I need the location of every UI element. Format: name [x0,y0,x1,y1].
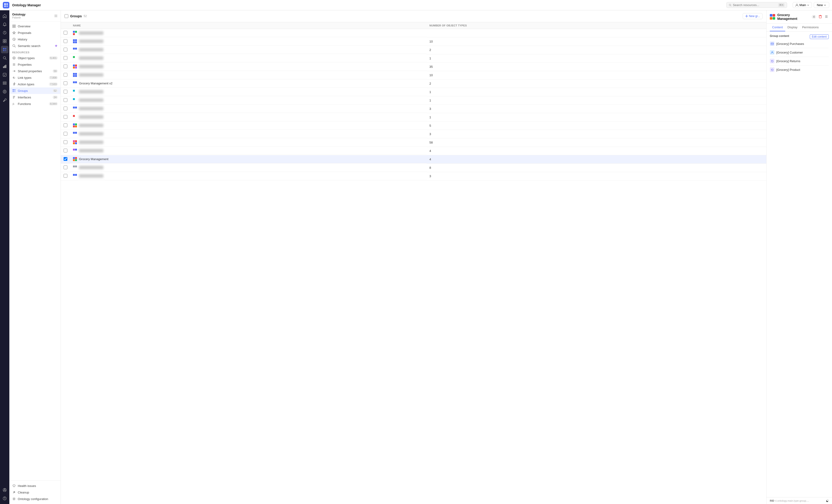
tab-content[interactable]: Content [770,24,785,31]
row-checkbox[interactable] [63,174,67,178]
svg-rect-12 [3,48,4,49]
row-checkbox[interactable] [63,98,67,102]
sidebar-item-shared-properties[interactable]: Shared properties 59 [9,68,60,74]
topbar: Ontology Manager ⌘K Main New [0,0,832,10]
svg-rect-20 [5,65,6,68]
groups-panel: Groups 52 New gr... NAME NUMBER OF OBJEC… [61,10,766,504]
svg-line-39 [15,47,16,48]
table-row[interactable]: xxxxxxxxxxxxxxxx4 [61,147,766,155]
rail-search-icon[interactable] [1,54,8,62]
row-checkbox[interactable] [63,124,67,127]
detail-tabs: Content Display Permissions [766,24,832,31]
table-row[interactable]: xxxxxxxxxxxxxxxx1 [61,113,766,122]
copy-icon[interactable] [826,499,829,502]
tab-permissions[interactable]: Permissions [800,24,821,31]
svg-point-16 [3,57,6,59]
row-checkbox[interactable] [63,140,67,144]
rail-stack-icon[interactable] [1,79,8,87]
table-row[interactable]: xxxxxxxxxxxxxxxx1 [61,54,766,63]
sidebar-item-history[interactable]: History [9,36,60,43]
rail-question-icon[interactable] [1,495,8,502]
row-icon [73,140,77,144]
main-button[interactable]: Main [793,2,812,8]
table-row[interactable]: xxxxxxxxxxxxxxxx8 [61,164,766,172]
sidebar-item-label-shared-properties: Shared properties [18,70,51,73]
search-bar[interactable]: ⌘K [726,2,787,8]
table-row[interactable]: xxxxxxxxxxxxxxxx1 [61,88,766,96]
detail-item-purchases[interactable]: [Grocery] Purchases [770,39,829,48]
table-row[interactable]: xxxxxxxxxxxxxxxx10 [61,37,766,46]
new-button[interactable]: New [814,2,829,8]
row-checkbox[interactable] [63,132,67,136]
row-checkbox[interactable] [63,48,67,51]
row-checkbox[interactable] [63,64,67,68]
sidebar-item-object-types[interactable]: Object types 9,401 [9,55,60,61]
detail-item-customer[interactable]: [Grocery] Customer [770,48,829,57]
sidebar-item-link-types[interactable]: Link types 7,008 [9,74,60,81]
table-row[interactable]: xxxxxxxxxxxxxxxx3 [61,172,766,181]
rail-clock-icon[interactable] [1,29,8,36]
sidebar-item-action-types[interactable]: Action types 7,533 [9,81,60,87]
row-checkbox[interactable] [63,107,67,110]
svg-point-29 [4,499,5,500]
row-checkbox[interactable] [63,165,67,169]
sidebar-count-shared-properties: 59 [53,70,58,73]
sidebar-item-overview[interactable]: Overview [9,23,60,29]
sidebar-ontology-title: Ontology [12,12,25,16]
detail-item-product[interactable]: [Grocery] Product [770,65,829,74]
row-checkbox[interactable] [63,73,67,77]
table-row[interactable]: xxxxxxxxxxxxxxxx3 [61,105,766,113]
row-checkbox[interactable] [63,157,67,161]
rail-check-icon[interactable] [1,71,8,79]
rail-tool-icon[interactable] [1,96,8,104]
sidebar-toggle-icon[interactable] [54,14,58,18]
table-row[interactable]: xxxxxxxxxxxxxxxx35 [61,63,766,71]
table-row[interactable]: Grocery Management v22 [61,79,766,88]
edit-content-button[interactable]: Edit content [810,34,829,39]
table-row[interactable]: xxxxxxxxxxxxxxxx [61,29,766,37]
row-count: 8 [426,164,766,172]
row-checkbox[interactable] [63,81,67,85]
sidebar-item-ontology-config[interactable]: Ontology configuration [9,496,60,502]
detail-delete-button[interactable] [818,14,823,20]
svg-point-27 [4,489,5,490]
rail-target-icon[interactable] [1,88,8,96]
sidebar-item-groups[interactable]: Groups 52 [9,87,60,94]
sidebar-item-functions[interactable]: fx Functions 8,944 [9,101,60,107]
chevron-down-icon-new [824,4,826,6]
sidebar-item-cleanup[interactable]: Cleanup [9,489,60,496]
table-row[interactable]: xxxxxxxxxxxxxxxx3 [61,130,766,138]
sidebar-item-properties[interactable]: Properties [9,61,60,68]
table-row[interactable]: xxxxxxxxxxxxxxxx2 [61,46,766,54]
row-count: 1 [426,113,766,122]
row-checkbox[interactable] [63,31,67,34]
row-checkbox[interactable] [63,39,67,43]
table-row[interactable]: xxxxxxxxxxxxxxxx10 [61,71,766,79]
detail-item-returns[interactable]: [Grocery] Returns [770,57,829,65]
table-row[interactable]: xxxxxxxxxxxxxxxx5 [61,122,766,130]
sidebar-item-label-health-issues: Health issues [18,484,58,488]
detail-menu-button[interactable] [824,14,829,20]
row-checkbox[interactable] [63,149,67,153]
rail-bell-icon[interactable] [1,21,8,28]
row-checkbox[interactable] [63,90,67,94]
sidebar-item-proposals[interactable]: Proposals [9,29,60,36]
select-all-checkbox[interactable] [64,14,68,18]
rail-grid-icon[interactable] [1,37,8,45]
table-row[interactable]: xxxxxxxxxxxxxxxx58 [61,138,766,147]
table-row[interactable]: Grocery Management4 [61,155,766,164]
rail-chart-icon[interactable] [1,63,8,70]
sidebar-item-semantic-search[interactable]: Semantic search [9,43,60,49]
row-count: 1 [426,54,766,63]
row-checkbox[interactable] [63,115,67,119]
sidebar-item-health-issues[interactable]: Health issues [9,482,60,489]
rail-ontology-icon[interactable] [1,46,8,53]
search-input[interactable] [733,3,777,7]
rail-home-icon[interactable] [1,12,8,20]
sidebar-item-interfaces[interactable]: Interfaces 24 [9,94,60,101]
rail-user-circle-icon[interactable] [1,486,8,494]
table-row[interactable]: xxxxxxxxxxxxxxxx1 [61,96,766,105]
tab-display[interactable]: Display [785,24,800,31]
new-group-button[interactable]: New gr... [743,13,762,19]
row-checkbox[interactable] [63,56,67,60]
